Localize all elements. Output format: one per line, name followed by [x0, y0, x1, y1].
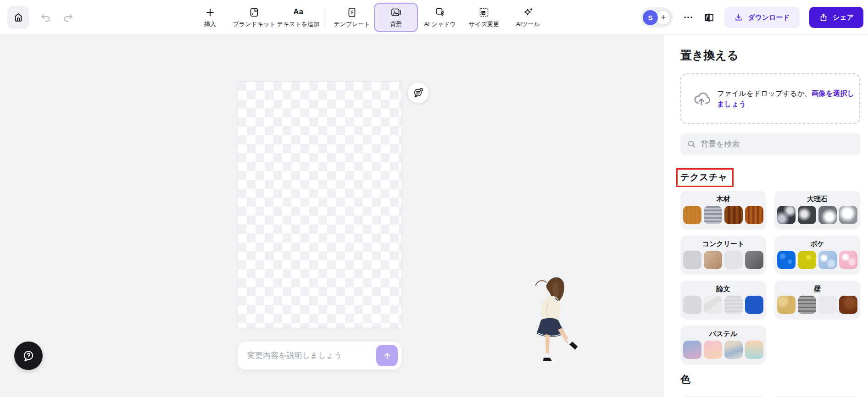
- texture-swatch[interactable]: [704, 251, 722, 269]
- prompt-input[interactable]: [247, 351, 376, 360]
- dropzone-text-plain: ファイルをドロップするか、: [717, 89, 812, 97]
- texture-swatch[interactable]: [683, 341, 701, 359]
- more-button[interactable]: [683, 12, 694, 23]
- home-icon: [12, 11, 24, 23]
- category-card[interactable]: 大理石: [774, 191, 860, 230]
- texture-swatch[interactable]: [724, 341, 743, 359]
- texture-grid: 木材 大理石 コンクリート ボケ 論文 壁 パステル: [680, 191, 860, 364]
- texture-swatch[interactable]: [745, 341, 763, 359]
- category-title: 壁: [774, 285, 860, 293]
- texture-swatch[interactable]: [818, 296, 837, 314]
- tool-insert[interactable]: 挿入: [188, 3, 232, 32]
- tool-ai-tools[interactable]: AIツール: [506, 3, 550, 32]
- category-card[interactable]: 木材: [680, 191, 766, 230]
- account-pill[interactable]: S +: [640, 7, 673, 28]
- texture-swatch[interactable]: [745, 296, 763, 314]
- tool-add-text[interactable]: Aa テキストを追加: [276, 3, 320, 32]
- texture-swatch[interactable]: [798, 296, 816, 314]
- swatch-row: [680, 206, 766, 224]
- feedback-button[interactable]: [408, 83, 428, 103]
- add-member-button[interactable]: +: [656, 10, 671, 25]
- search-input[interactable]: [701, 140, 854, 149]
- texture-swatch[interactable]: [839, 206, 857, 224]
- texture-swatch[interactable]: [724, 251, 743, 269]
- tool-resize[interactable]: サイズ変更: [462, 3, 506, 32]
- search-icon: [687, 139, 696, 149]
- category-title: 論文: [680, 285, 766, 293]
- texture-swatch[interactable]: [839, 251, 857, 269]
- texture-swatch[interactable]: [724, 206, 743, 224]
- upload-dropzone[interactable]: ファイルをドロップするか、画像を選択しましょう: [680, 73, 860, 124]
- swatch-row: [774, 251, 860, 269]
- swatch-row: [774, 296, 860, 314]
- tool-background[interactable]: 背景: [374, 3, 418, 32]
- compare-button[interactable]: [703, 12, 715, 23]
- texture-swatch[interactable]: [777, 206, 796, 224]
- swatch-row: [680, 251, 766, 269]
- canvas-artboard[interactable]: [237, 81, 402, 328]
- category-card[interactable]: コンクリート: [680, 236, 766, 275]
- texture-swatch[interactable]: [683, 206, 701, 224]
- download-button[interactable]: ダウンロード: [724, 7, 800, 28]
- texture-swatch[interactable]: [683, 296, 701, 314]
- avatar[interactable]: S: [643, 10, 658, 25]
- texture-swatch[interactable]: [704, 206, 722, 224]
- compare-icon: [703, 12, 715, 23]
- texture-swatch[interactable]: [683, 251, 701, 269]
- more-icon: [683, 12, 694, 23]
- redo-button[interactable]: [61, 11, 75, 25]
- texture-swatch[interactable]: [704, 341, 722, 359]
- download-icon: [734, 13, 743, 22]
- prompt-bar: [237, 341, 402, 370]
- sparkle-icon: [523, 7, 534, 18]
- texture-section-header: テクスチャ: [676, 168, 860, 187]
- tool-brand-kit[interactable]: ブランドキット: [232, 3, 276, 32]
- tool-template[interactable]: テンプレート: [330, 3, 374, 32]
- brand-kit-icon: [249, 7, 260, 18]
- tool-label: AIツール: [516, 20, 540, 28]
- app-root: { "topbar": { "tools": [ { "id": "insert…: [0, 0, 868, 397]
- help-button[interactable]: [14, 342, 43, 370]
- share-button[interactable]: シェア: [809, 7, 863, 28]
- undo-button[interactable]: [39, 11, 53, 25]
- texture-heading: テクスチャ: [680, 172, 727, 182]
- toolbar-divider: [325, 7, 325, 28]
- topbar-right: S +: [640, 7, 863, 28]
- texture-swatch[interactable]: [798, 206, 816, 224]
- plus-icon: +: [661, 13, 666, 22]
- texture-swatch[interactable]: [839, 296, 857, 314]
- texture-swatch[interactable]: [724, 296, 743, 314]
- texture-swatch[interactable]: [777, 251, 796, 269]
- category-card[interactable]: 論文: [680, 281, 766, 320]
- swatch-row: [680, 341, 766, 359]
- category-card[interactable]: 壁: [774, 281, 860, 320]
- tool-ai-shadow[interactable]: AI シャドウ: [418, 3, 462, 32]
- home-button[interactable]: [7, 6, 29, 29]
- plus-icon: [205, 7, 216, 18]
- tool-label: ブランドキット: [233, 20, 275, 28]
- text-aa-icon: Aa: [293, 7, 303, 18]
- send-icon: [382, 351, 392, 361]
- tool-label: 背景: [390, 20, 402, 28]
- tool-label: 挿入: [204, 20, 216, 28]
- texture-swatch[interactable]: [704, 296, 722, 314]
- texture-swatch[interactable]: [777, 296, 796, 314]
- swatch-row: [680, 296, 766, 314]
- dropzone-text: ファイルをドロップするか、画像を選択しましょう: [717, 88, 856, 110]
- texture-swatch[interactable]: [745, 251, 763, 269]
- image-icon: [390, 7, 401, 18]
- tool-label: AI シャドウ: [424, 20, 456, 28]
- texture-swatch[interactable]: [798, 251, 816, 269]
- category-title: 大理石: [774, 195, 860, 204]
- tool-label: サイズ変更: [469, 20, 499, 28]
- upload-cloud-icon: [693, 90, 710, 107]
- category-card[interactable]: ボケ: [774, 236, 860, 275]
- texture-swatch[interactable]: [818, 206, 837, 224]
- category-title: 木材: [680, 195, 766, 204]
- texture-swatch[interactable]: [818, 251, 837, 269]
- person-image[interactable]: [529, 274, 583, 366]
- texture-swatch[interactable]: [745, 206, 763, 224]
- category-card[interactable]: パステル: [680, 325, 766, 364]
- category-title: コンクリート: [680, 240, 766, 248]
- send-button[interactable]: [376, 345, 398, 366]
